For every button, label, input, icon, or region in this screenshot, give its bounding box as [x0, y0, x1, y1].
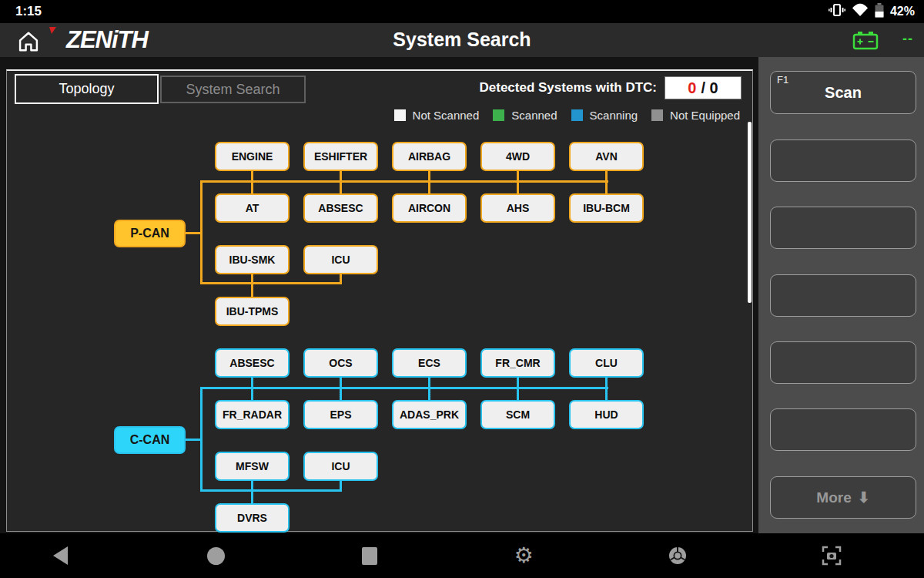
- vertical-scrollbar[interactable]: [748, 122, 752, 303]
- connector-line: [251, 274, 253, 297]
- dtc-summary: Detected Systems with DTC: 0 / 0: [480, 76, 742, 99]
- main-area: Topology System Search Detected Systems …: [0, 57, 924, 533]
- zenith-logo: ZENiTH: [66, 26, 148, 54]
- scanned-label: Scanned: [511, 109, 557, 122]
- connector-line: [428, 183, 430, 193]
- screen: 1:15 42% ZENiTH System Search --: [0, 0, 924, 578]
- scanned-swatch: [493, 109, 504, 121]
- connector-line: [428, 378, 430, 387]
- zenith-logo-accent: [49, 27, 56, 34]
- android-nav-bar: ⚙: [0, 533, 924, 578]
- connector-line: [340, 183, 342, 193]
- ecu-avn[interactable]: AVN: [569, 142, 644, 171]
- more-button[interactable]: More ⬇: [770, 476, 916, 519]
- status-bar: 1:15 42%: [0, 0, 924, 23]
- ecu-icu-p[interactable]: ICU: [303, 245, 378, 274]
- ecu-aircon[interactable]: AIRCON: [392, 193, 467, 223]
- wifi-icon: [852, 3, 869, 20]
- connector-line: [340, 378, 342, 387]
- not-scanned-swatch: [394, 109, 406, 121]
- arrow-down-icon: ⬇: [858, 489, 870, 506]
- ecu-fr-cmr[interactable]: FR_CMR: [480, 348, 555, 378]
- ecu-eshifter[interactable]: ESHIFTER: [303, 142, 378, 171]
- tab-topology[interactable]: Topology: [15, 74, 159, 104]
- ecu-adas-prk[interactable]: ADAS_PRK: [392, 400, 467, 429]
- chrome-icon[interactable]: [662, 540, 693, 571]
- connector-line: [605, 183, 608, 193]
- scanning-label: Scanning: [590, 109, 638, 122]
- ecu-icu-c[interactable]: ICU: [303, 452, 378, 481]
- scan-fkey-label: F1: [777, 74, 788, 86]
- ecu-ibu-tpms[interactable]: IBU-TPMS: [215, 297, 290, 326]
- ecu-ahs[interactable]: AHS: [480, 193, 555, 223]
- connector-line: [605, 378, 608, 387]
- back-icon[interactable]: [45, 540, 75, 571]
- connector-line: [605, 171, 608, 180]
- connector-line: [200, 387, 608, 389]
- scan-button-label: Scan: [825, 84, 862, 102]
- connector-line: [200, 180, 608, 183]
- content-panel: Topology System Search Detected Systems …: [6, 69, 753, 532]
- connector-line: [605, 389, 608, 400]
- ecu-ecs[interactable]: ECS: [392, 348, 467, 378]
- scan-status-legend: Not Scanned Scanned Scanning Not Equippe…: [394, 109, 740, 122]
- scan-button[interactable]: F1 Scan: [770, 71, 916, 114]
- ecu-fr-radar[interactable]: FR_RADAR: [215, 400, 290, 429]
- scanning-swatch: [571, 109, 583, 121]
- dtc-count-box: 0 / 0: [665, 76, 742, 99]
- not-equipped-label: Not Equipped: [670, 109, 740, 122]
- battery-icon: [875, 3, 884, 21]
- empty-function-button: [770, 139, 916, 182]
- connector-line: [200, 282, 342, 284]
- home-circle-icon[interactable]: [200, 540, 231, 571]
- vibrate-icon: [829, 2, 845, 21]
- connector-line: [186, 439, 203, 441]
- app-header: ZENiTH System Search --: [0, 23, 924, 57]
- more-button-label: More: [816, 489, 851, 506]
- battery-percent: 42%: [890, 5, 915, 18]
- connector-line: [428, 171, 430, 180]
- connector-line: [251, 378, 253, 387]
- recents-icon[interactable]: [354, 540, 385, 571]
- clock: 1:15: [15, 4, 42, 19]
- ecu-at[interactable]: AT: [215, 193, 290, 223]
- ecu-absesc-c[interactable]: ABSESC: [215, 348, 290, 378]
- ecu-eps[interactable]: EPS: [303, 400, 378, 429]
- car-battery-icon: [852, 29, 879, 54]
- not-scanned-label: Not Scanned: [413, 109, 480, 122]
- not-equipped-swatch: [651, 109, 663, 121]
- function-key-sidebar: F1 Scan More ⬇: [758, 57, 924, 533]
- connector-line: [251, 481, 253, 503]
- empty-function-button: [770, 341, 916, 384]
- page-title: System Search: [393, 29, 531, 51]
- empty-function-button: [770, 408, 916, 451]
- connector-line: [251, 389, 253, 400]
- ecu-engine[interactable]: ENGINE: [215, 142, 290, 171]
- ecu-4wd[interactable]: 4WD: [480, 142, 555, 171]
- ecu-ocs[interactable]: OCS: [303, 348, 378, 378]
- ecu-absesc-p[interactable]: ABSESC: [303, 193, 378, 223]
- ecu-scm[interactable]: SCM: [480, 400, 555, 429]
- status-icons: 42%: [829, 0, 915, 23]
- ecu-ibu-bcm[interactable]: IBU-BCM: [569, 193, 644, 223]
- connector-line: [251, 171, 253, 180]
- connector-line: [428, 389, 430, 400]
- ecu-clu[interactable]: CLU: [569, 348, 644, 378]
- connector-line: [340, 389, 342, 400]
- connector-line: [251, 183, 253, 193]
- home-icon[interactable]: [14, 29, 43, 53]
- dtc-count: 0: [688, 79, 696, 97]
- ecu-mfsw[interactable]: MFSW: [215, 452, 290, 481]
- settings-icon[interactable]: ⚙: [508, 540, 539, 571]
- ecu-ibu-smk[interactable]: IBU-SMK: [215, 245, 290, 274]
- ecu-dvrs[interactable]: DVRS: [215, 503, 290, 533]
- pcan-label[interactable]: P-CAN: [114, 220, 186, 247]
- ecu-airbag[interactable]: AIRBAG: [392, 142, 467, 171]
- ccan-label[interactable]: C-CAN: [114, 426, 186, 454]
- tab-system-search[interactable]: System Search: [160, 76, 306, 103]
- ecu-hud[interactable]: HUD: [569, 400, 644, 429]
- empty-function-button: [770, 274, 916, 317]
- screenshot-icon[interactable]: [816, 540, 847, 571]
- connector-line: [517, 378, 519, 387]
- connector-line: [517, 183, 519, 193]
